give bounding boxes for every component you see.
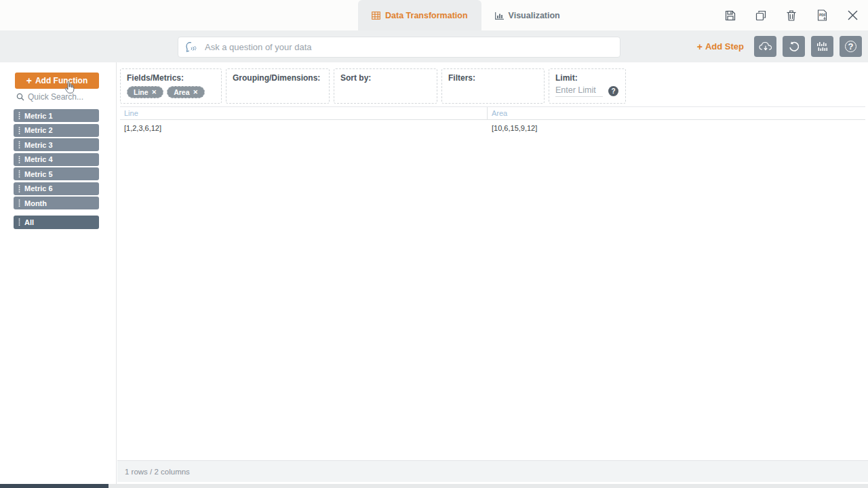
column-header-area[interactable]: Area — [488, 107, 865, 119]
main-tabs: Data Transformation Visualization — [358, 0, 574, 30]
help-icon: ? — [845, 41, 856, 52]
reset-button[interactable] — [783, 36, 805, 57]
panel-label: Sort by: — [340, 73, 431, 83]
svg-text:PDF: PDF — [819, 13, 826, 17]
export-pdf-icon[interactable]: PDF — [816, 9, 828, 22]
help-button[interactable]: ? — [840, 36, 862, 57]
table-cell: [10,6,15,9,12] — [488, 120, 865, 135]
tab-label: Visualization — [509, 11, 560, 20]
voice-ask-icon — [184, 41, 199, 54]
equalizer-icon — [816, 41, 829, 52]
query-builder-panels: Fields/Metrics: Line ✕ Area ✕ Grouping/D… — [120, 68, 626, 104]
ask-question-input[interactable] — [205, 42, 614, 52]
add-step-button[interactable]: + Add Step — [697, 41, 744, 52]
table-header-row: Line Area — [120, 106, 865, 120]
quick-search[interactable] — [16, 92, 104, 102]
grouping-dimensions-dropzone[interactable]: Grouping/Dimensions: — [226, 68, 330, 104]
save-icon[interactable] — [724, 9, 736, 22]
cloud-download-button[interactable] — [754, 36, 776, 57]
add-step-label: Add Step — [705, 41, 744, 52]
drag-grip-icon — [18, 127, 20, 134]
field-item-metric-2[interactable]: Metric 2 — [14, 124, 99, 137]
field-item-metric-5[interactable]: Metric 5 — [14, 167, 99, 180]
bar-chart-icon — [495, 12, 504, 20]
top-bar: Data Transformation Visualization — [0, 0, 868, 30]
field-item-metric-3[interactable]: Metric 3 — [14, 138, 99, 151]
field-item-metric-4[interactable]: Metric 4 — [14, 153, 99, 166]
remove-chip-icon[interactable]: ✕ — [193, 89, 199, 96]
add-function-label: Add Function — [35, 76, 87, 85]
plus-icon: + — [697, 41, 703, 52]
panel-label: Filters: — [448, 73, 538, 83]
field-label: Metric 1 — [24, 112, 53, 120]
field-label: Metric 2 — [24, 126, 53, 134]
panel-label: Limit: — [555, 73, 619, 83]
search-icon — [16, 93, 24, 101]
field-item-metric-1[interactable]: Metric 1 — [14, 109, 99, 122]
chip-area[interactable]: Area ✕ — [167, 86, 205, 98]
trash-icon[interactable] — [785, 9, 797, 22]
data-profile-button[interactable] — [811, 36, 833, 57]
fields-metrics-dropzone[interactable]: Fields/Metrics: Line ✕ Area ✕ — [120, 68, 222, 104]
field-item-month[interactable]: Month — [14, 197, 99, 209]
field-item-all[interactable]: All — [14, 216, 99, 229]
add-function-button[interactable]: + Add Function — [15, 73, 99, 89]
tab-label: Data Transformation — [385, 11, 468, 20]
app-window: Data Transformation Visualization — [0, 0, 868, 488]
main-panel: Fields/Metrics: Line ✕ Area ✕ Grouping/D… — [117, 62, 868, 484]
filters-dropzone[interactable]: Filters: — [441, 68, 545, 104]
ask-question-search[interactable] — [178, 37, 620, 58]
drag-grip-icon — [18, 185, 20, 192]
limit-input[interactable] — [555, 85, 603, 97]
remove-chip-icon[interactable]: ✕ — [152, 89, 157, 96]
result-table: Line Area [1,2,3,6,12] [10,6,15,9,12] — [120, 106, 865, 135]
table-footer: 1 rows / 2 columns — [117, 460, 868, 482]
scrollbar-thumb[interactable] — [0, 484, 108, 488]
chip-row: Line ✕ Area ✕ — [127, 86, 215, 98]
sort-by-dropzone[interactable]: Sort by: — [334, 68, 437, 104]
cloud-download-icon — [759, 41, 772, 52]
row-column-count: 1 rows / 2 columns — [125, 468, 190, 476]
field-label: Metric 3 — [24, 141, 53, 149]
drag-grip-icon — [18, 156, 20, 163]
drag-grip-icon — [18, 170, 20, 178]
chip-line[interactable]: Line ✕ — [127, 86, 163, 98]
toolbar-actions: + Add Step — [697, 36, 862, 57]
close-icon[interactable] — [846, 9, 859, 22]
chip-label: Area — [174, 88, 189, 96]
field-item-metric-6[interactable]: Metric 6 — [14, 182, 99, 195]
quick-search-input[interactable] — [28, 92, 99, 102]
column-header-line[interactable]: Line — [120, 107, 488, 119]
field-label: Metric 6 — [24, 184, 53, 192]
panel-label: Fields/Metrics: — [127, 73, 215, 83]
fields-sidebar: + Add Function Metric 1 Metric 2 Metri — [0, 62, 117, 484]
drag-grip-icon — [18, 199, 20, 207]
table-cell: [1,2,3,6,12] — [120, 120, 488, 135]
tab-visualization[interactable]: Visualization — [481, 0, 574, 30]
drag-grip-icon — [18, 218, 20, 226]
field-list: Metric 1 Metric 2 Metric 3 Metric 4 Metr… — [14, 109, 99, 229]
field-label: Month — [24, 199, 47, 207]
field-label: Metric 4 — [24, 155, 53, 163]
table-row: [1,2,3,6,12] [10,6,15,9,12] — [120, 120, 865, 135]
copy-icon[interactable] — [755, 9, 767, 22]
horizontal-scrollbar[interactable] — [0, 484, 868, 488]
limit-row: ? — [555, 85, 619, 97]
field-label: All — [24, 218, 34, 226]
field-label: Metric 5 — [24, 170, 53, 178]
limit-panel: Limit: ? — [549, 68, 626, 104]
query-toolbar: + Add Step — [0, 30, 868, 62]
table-grid-icon — [372, 12, 380, 20]
tab-data-transformation[interactable]: Data Transformation — [358, 0, 481, 30]
drag-grip-icon — [18, 141, 20, 148]
window-actions: PDF — [724, 0, 859, 30]
drag-grip-icon — [18, 112, 20, 119]
refresh-icon — [788, 41, 800, 53]
limit-help-icon[interactable]: ? — [608, 86, 618, 96]
panel-label: Grouping/Dimensions: — [233, 73, 323, 83]
chip-label: Line — [134, 88, 149, 96]
plus-icon: + — [26, 75, 32, 86]
